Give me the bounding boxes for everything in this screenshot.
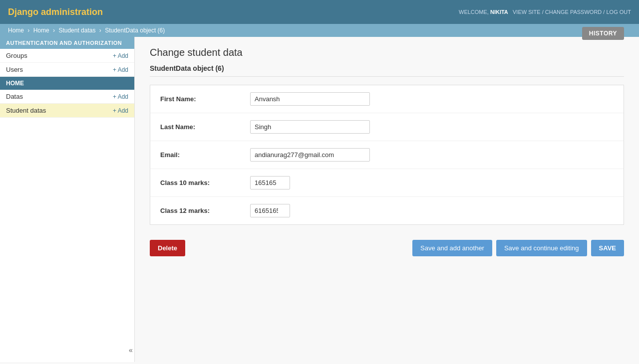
- auth-section: AUTHENTICATION AND AUTHORIZATION Groups …: [0, 37, 134, 77]
- last-name-label: Last Name:: [160, 123, 250, 131]
- page-title: Change student data: [150, 47, 624, 58]
- users-label: Users: [6, 66, 23, 73]
- first-name-label: First Name:: [160, 95, 250, 103]
- email-label: Email:: [160, 151, 250, 159]
- view-site-link[interactable]: VIEW SITE: [513, 9, 541, 15]
- form-container: First Name: Last Name: Email: Class 10 m…: [150, 85, 624, 225]
- breadcrumbs: Home › Home › Student datas › StudentDat…: [0, 24, 639, 37]
- home-section: HOME Datas + Add Student datas + Add: [0, 77, 134, 118]
- last-name-row: Last Name:: [150, 113, 624, 141]
- breadcrumb-sep3: ›: [99, 27, 101, 34]
- sidebar-item-users[interactable]: Users + Add: [0, 63, 134, 77]
- datas-add-link[interactable]: + Add: [113, 93, 128, 100]
- title-row: HISTORY Change student data: [150, 47, 624, 64]
- save-buttons: Save and add another Save and continue e…: [412, 240, 624, 256]
- email-input[interactable]: [250, 148, 370, 162]
- groups-add-link[interactable]: + Add: [113, 52, 128, 59]
- breadcrumb-sep2: ›: [53, 27, 55, 34]
- history-button[interactable]: HISTORY: [582, 27, 624, 40]
- log-out-link[interactable]: LOG OUT: [606, 9, 631, 15]
- class10-label: Class 10 marks:: [160, 179, 250, 186]
- delete-button[interactable]: Delete: [150, 240, 185, 256]
- main-content: HISTORY Change student data StudentData …: [135, 37, 639, 362]
- breadcrumb-student-datas[interactable]: Student datas: [58, 27, 95, 34]
- email-row: Email:: [150, 141, 624, 169]
- header: Django administration WELCOME, NIKITA VI…: [0, 0, 639, 24]
- class12-label: Class 12 marks:: [160, 207, 250, 214]
- class10-row: Class 10 marks:: [150, 169, 624, 197]
- home-header: HOME: [0, 77, 134, 90]
- collapse-toggle[interactable]: «: [129, 346, 133, 354]
- class12-row: Class 12 marks:: [150, 197, 624, 224]
- submit-row: Delete Save and add another Save and con…: [150, 235, 624, 261]
- class12-input[interactable]: [250, 204, 290, 217]
- username: NIKITA: [490, 9, 508, 15]
- breadcrumb-sep1: ›: [27, 27, 29, 34]
- object-tools: HISTORY: [582, 27, 624, 40]
- breadcrumb-current: StudentData object (6): [105, 27, 165, 34]
- main-container: AUTHENTICATION AND AUTHORIZATION Groups …: [0, 37, 639, 362]
- save-button[interactable]: SAVE: [591, 240, 624, 256]
- save-continue-button[interactable]: Save and continue editing: [496, 240, 587, 256]
- student-datas-label: Student datas: [6, 107, 46, 114]
- groups-label: Groups: [6, 52, 27, 59]
- datas-label: Datas: [6, 93, 23, 100]
- site-title[interactable]: Django administration: [8, 7, 103, 17]
- breadcrumb-home1[interactable]: Home: [8, 27, 24, 34]
- change-password-link[interactable]: CHANGE PASSWORD: [545, 9, 602, 15]
- sidebar-item-student-datas[interactable]: Student datas + Add: [0, 104, 134, 118]
- class10-input[interactable]: [250, 176, 290, 189]
- object-title: StudentData object (6): [150, 64, 624, 77]
- student-datas-add-link[interactable]: + Add: [113, 107, 128, 114]
- first-name-input[interactable]: [250, 92, 370, 106]
- save-another-button[interactable]: Save and add another: [412, 240, 492, 256]
- sidebar-item-groups[interactable]: Groups + Add: [0, 49, 134, 63]
- breadcrumb-home2[interactable]: Home: [33, 27, 49, 34]
- auth-header: AUTHENTICATION AND AUTHORIZATION: [0, 37, 134, 49]
- welcome-text: WELCOME,: [459, 9, 489, 15]
- first-name-row: First Name:: [150, 85, 624, 113]
- sidebar: AUTHENTICATION AND AUTHORIZATION Groups …: [0, 37, 135, 362]
- sidebar-item-datas[interactable]: Datas + Add: [0, 90, 134, 104]
- users-add-link[interactable]: + Add: [113, 66, 128, 73]
- last-name-input[interactable]: [250, 120, 370, 134]
- user-tools: WELCOME, NIKITA VIEW SITE / CHANGE PASSW…: [459, 9, 631, 15]
